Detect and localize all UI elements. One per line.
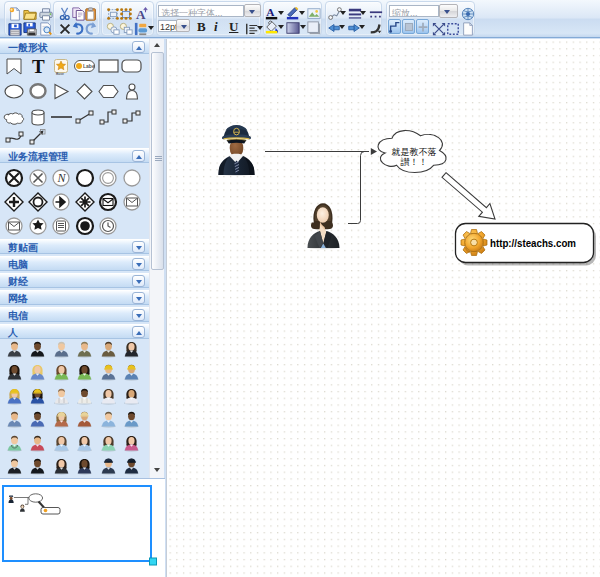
svg-text:Label: Label xyxy=(83,63,95,69)
svg-text:A: A xyxy=(266,6,275,18)
svg-text:T: T xyxy=(32,58,45,74)
svg-text:讃！！: 讃！！ xyxy=(401,157,428,167)
svg-text:就是教不落: 就是教不落 xyxy=(392,147,437,157)
svg-text:Base: Base xyxy=(56,71,64,75)
svg-text:N: N xyxy=(57,171,67,185)
svg-text:http://steachs.com: http://steachs.com xyxy=(490,237,576,249)
